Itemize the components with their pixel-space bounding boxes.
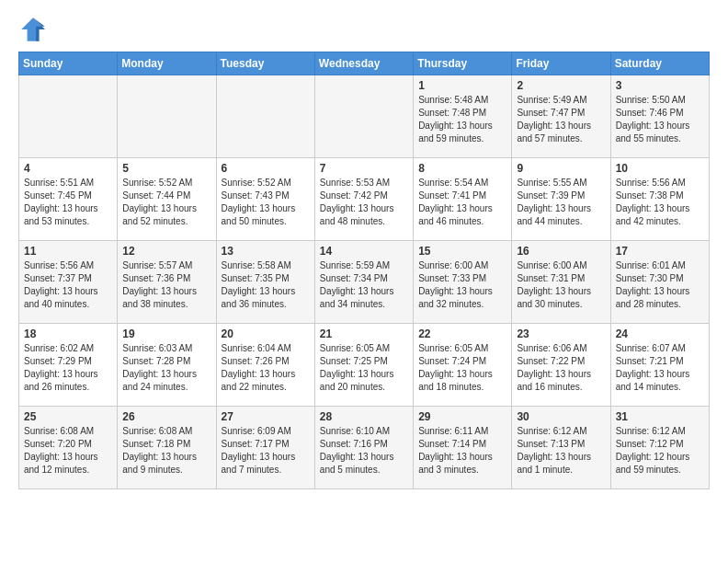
- cell-info: Sunrise: 5:55 AM Sunset: 7:39 PM Dayligh…: [517, 177, 605, 228]
- calendar-cell: 23Sunrise: 6:06 AM Sunset: 7:22 PM Dayli…: [512, 324, 610, 407]
- day-number: 18: [24, 327, 112, 340]
- cell-info: Sunrise: 6:05 AM Sunset: 7:25 PM Dayligh…: [320, 342, 408, 394]
- cell-info: Sunrise: 6:09 AM Sunset: 7:17 PM Dayligh…: [222, 425, 310, 477]
- day-number: 26: [122, 410, 210, 423]
- week-row-3: 11Sunrise: 5:56 AM Sunset: 7:37 PM Dayli…: [19, 241, 710, 324]
- calendar-cell: 13Sunrise: 5:58 AM Sunset: 7:35 PM Dayli…: [216, 241, 314, 324]
- weekday-header-sunday: Sunday: [19, 52, 118, 75]
- cell-info: Sunrise: 6:01 AM Sunset: 7:30 PM Dayligh…: [616, 259, 704, 311]
- day-number: 8: [418, 162, 506, 175]
- day-number: 5: [122, 162, 210, 175]
- calendar-cell: [19, 75, 118, 158]
- calendar-cell: 19Sunrise: 6:03 AM Sunset: 7:28 PM Dayli…: [118, 324, 216, 407]
- cell-info: Sunrise: 5:58 AM Sunset: 7:35 PM Dayligh…: [222, 259, 310, 311]
- cell-info: Sunrise: 6:05 AM Sunset: 7:24 PM Dayligh…: [418, 342, 506, 394]
- calendar-cell: 30Sunrise: 6:12 AM Sunset: 7:13 PM Dayli…: [512, 407, 610, 489]
- day-number: 9: [517, 162, 605, 175]
- calendar-cell: 24Sunrise: 6:07 AM Sunset: 7:21 PM Dayli…: [610, 324, 709, 407]
- cell-info: Sunrise: 6:00 AM Sunset: 7:31 PM Dayligh…: [517, 259, 605, 311]
- cell-info: Sunrise: 5:50 AM Sunset: 7:46 PM Dayligh…: [616, 94, 704, 145]
- cell-info: Sunrise: 6:11 AM Sunset: 7:14 PM Dayligh…: [418, 425, 506, 477]
- calendar-cell: 28Sunrise: 6:10 AM Sunset: 7:16 PM Dayli…: [314, 407, 413, 489]
- cell-info: Sunrise: 5:52 AM Sunset: 7:43 PM Dayligh…: [222, 177, 310, 228]
- calendar-table: SundayMondayTuesdayWednesdayThursdayFrid…: [18, 52, 710, 489]
- calendar-cell: 12Sunrise: 5:57 AM Sunset: 7:36 PM Dayli…: [118, 241, 216, 324]
- day-number: 23: [517, 327, 605, 340]
- calendar-cell: 20Sunrise: 6:04 AM Sunset: 7:26 PM Dayli…: [216, 324, 314, 407]
- calendar-cell: 21Sunrise: 6:05 AM Sunset: 7:25 PM Dayli…: [314, 324, 413, 407]
- cell-info: Sunrise: 5:56 AM Sunset: 7:38 PM Dayligh…: [616, 177, 704, 228]
- calendar-cell: [314, 75, 413, 158]
- calendar-cell: 14Sunrise: 5:59 AM Sunset: 7:34 PM Dayli…: [314, 241, 413, 324]
- day-number: 12: [122, 245, 210, 258]
- calendar-cell: 3Sunrise: 5:50 AM Sunset: 7:46 PM Daylig…: [610, 75, 709, 158]
- day-number: 6: [222, 162, 310, 175]
- day-number: 10: [616, 162, 704, 175]
- calendar-cell: 18Sunrise: 6:02 AM Sunset: 7:29 PM Dayli…: [19, 324, 118, 407]
- calendar-cell: 27Sunrise: 6:09 AM Sunset: 7:17 PM Dayli…: [216, 407, 314, 489]
- calendar-cell: 9Sunrise: 5:55 AM Sunset: 7:39 PM Daylig…: [512, 158, 610, 241]
- day-number: 28: [320, 410, 408, 423]
- day-number: 19: [122, 327, 210, 340]
- day-number: 21: [320, 327, 408, 340]
- day-number: 15: [418, 245, 506, 258]
- day-number: 4: [24, 162, 112, 175]
- cell-info: Sunrise: 6:00 AM Sunset: 7:33 PM Dayligh…: [418, 259, 506, 311]
- cell-info: Sunrise: 5:51 AM Sunset: 7:45 PM Dayligh…: [24, 177, 112, 228]
- calendar-cell: 11Sunrise: 5:56 AM Sunset: 7:37 PM Dayli…: [19, 241, 118, 324]
- weekday-header-saturday: Saturday: [610, 52, 709, 75]
- calendar-cell: 16Sunrise: 6:00 AM Sunset: 7:31 PM Dayli…: [512, 241, 610, 324]
- day-number: 17: [616, 245, 704, 258]
- day-number: 25: [24, 410, 112, 423]
- day-number: 11: [24, 245, 112, 258]
- day-number: 2: [517, 79, 605, 92]
- cell-info: Sunrise: 5:53 AM Sunset: 7:42 PM Dayligh…: [320, 177, 408, 228]
- calendar-cell: 22Sunrise: 6:05 AM Sunset: 7:24 PM Dayli…: [414, 324, 512, 407]
- cell-info: Sunrise: 5:59 AM Sunset: 7:34 PM Dayligh…: [320, 259, 408, 311]
- calendar-cell: 15Sunrise: 6:00 AM Sunset: 7:33 PM Dayli…: [414, 241, 512, 324]
- logo: [18, 15, 51, 44]
- calendar-cell: 2Sunrise: 5:49 AM Sunset: 7:47 PM Daylig…: [512, 75, 610, 158]
- day-number: 16: [517, 245, 605, 258]
- weekday-header-tuesday: Tuesday: [216, 52, 314, 75]
- day-number: 29: [418, 410, 506, 423]
- day-number: 14: [320, 245, 408, 258]
- weekday-header-monday: Monday: [118, 52, 216, 75]
- day-number: 20: [222, 327, 310, 340]
- page-header: [18, 15, 710, 44]
- cell-info: Sunrise: 6:12 AM Sunset: 7:12 PM Dayligh…: [616, 425, 704, 477]
- calendar-cell: [216, 75, 314, 158]
- day-number: 1: [418, 79, 506, 92]
- calendar-cell: 10Sunrise: 5:56 AM Sunset: 7:38 PM Dayli…: [610, 158, 709, 241]
- weekday-header-wednesday: Wednesday: [314, 52, 413, 75]
- weekday-header-thursday: Thursday: [414, 52, 512, 75]
- day-number: 3: [616, 79, 704, 92]
- cell-info: Sunrise: 5:49 AM Sunset: 7:47 PM Dayligh…: [517, 94, 605, 145]
- calendar-cell: 31Sunrise: 6:12 AM Sunset: 7:12 PM Dayli…: [610, 407, 709, 489]
- weekday-header-row: SundayMondayTuesdayWednesdayThursdayFrid…: [19, 52, 710, 75]
- week-row-2: 4Sunrise: 5:51 AM Sunset: 7:45 PM Daylig…: [19, 158, 710, 241]
- cell-info: Sunrise: 6:08 AM Sunset: 7:20 PM Dayligh…: [24, 425, 112, 477]
- cell-info: Sunrise: 6:06 AM Sunset: 7:22 PM Dayligh…: [517, 342, 605, 394]
- calendar-cell: 1Sunrise: 5:48 AM Sunset: 7:48 PM Daylig…: [414, 75, 512, 158]
- week-row-1: 1Sunrise: 5:48 AM Sunset: 7:48 PM Daylig…: [19, 75, 710, 158]
- cell-info: Sunrise: 6:12 AM Sunset: 7:13 PM Dayligh…: [517, 425, 605, 477]
- cell-info: Sunrise: 6:07 AM Sunset: 7:21 PM Dayligh…: [616, 342, 704, 394]
- logo-icon: [18, 15, 48, 44]
- cell-info: Sunrise: 6:04 AM Sunset: 7:26 PM Dayligh…: [222, 342, 310, 394]
- calendar-cell: 6Sunrise: 5:52 AM Sunset: 7:43 PM Daylig…: [216, 158, 314, 241]
- day-number: 27: [222, 410, 310, 423]
- day-number: 7: [320, 162, 408, 175]
- cell-info: Sunrise: 5:48 AM Sunset: 7:48 PM Dayligh…: [418, 94, 506, 145]
- calendar-cell: 26Sunrise: 6:08 AM Sunset: 7:18 PM Dayli…: [118, 407, 216, 489]
- cell-info: Sunrise: 6:10 AM Sunset: 7:16 PM Dayligh…: [320, 425, 408, 477]
- weekday-header-friday: Friday: [512, 52, 610, 75]
- cell-info: Sunrise: 6:08 AM Sunset: 7:18 PM Dayligh…: [122, 425, 210, 477]
- week-row-5: 25Sunrise: 6:08 AM Sunset: 7:20 PM Dayli…: [19, 407, 710, 489]
- calendar-cell: 17Sunrise: 6:01 AM Sunset: 7:30 PM Dayli…: [610, 241, 709, 324]
- calendar-cell: 29Sunrise: 6:11 AM Sunset: 7:14 PM Dayli…: [414, 407, 512, 489]
- day-number: 24: [616, 327, 704, 340]
- day-number: 30: [517, 410, 605, 423]
- week-row-4: 18Sunrise: 6:02 AM Sunset: 7:29 PM Dayli…: [19, 324, 710, 407]
- cell-info: Sunrise: 5:56 AM Sunset: 7:37 PM Dayligh…: [24, 259, 112, 311]
